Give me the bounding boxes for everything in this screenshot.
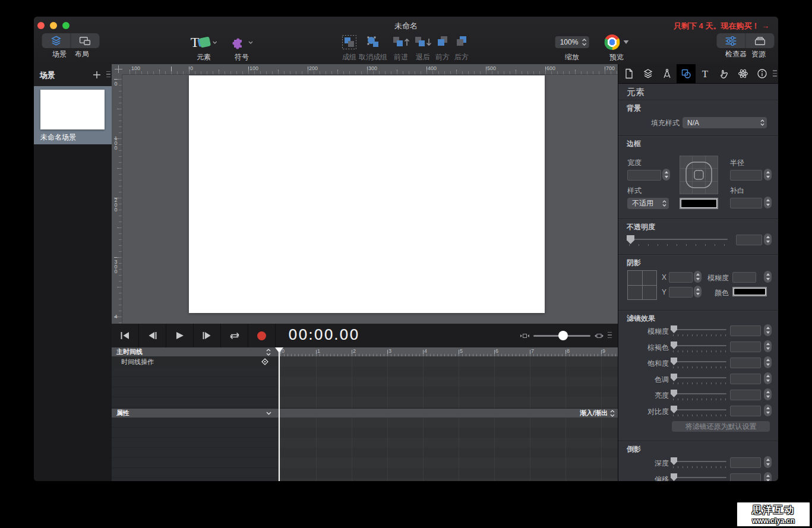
timeline-ruler[interactable]: 0 1 2 3 4 5 6 7 8 9 <box>278 347 618 357</box>
tab-scene[interactable] <box>639 64 658 83</box>
tab-text[interactable]: T <box>696 64 715 83</box>
tab-document[interactable] <box>620 64 639 83</box>
bring-to-front-button[interactable] <box>435 33 450 51</box>
chevron-down-icon[interactable] <box>266 412 271 415</box>
slider-thumb[interactable] <box>671 325 677 333</box>
shadow-x-input[interactable] <box>669 272 693 283</box>
shadow-blur-input[interactable] <box>732 272 756 283</box>
preview-button[interactable] <box>605 33 629 51</box>
record-button[interactable] <box>248 324 276 347</box>
slider-thumb[interactable] <box>671 473 677 481</box>
send-to-back-button[interactable] <box>454 33 469 51</box>
filter-contrast-stepper[interactable] <box>764 404 772 416</box>
zoom-stepper[interactable]: 100% <box>555 36 589 48</box>
timeline-zoom-slider-thumb[interactable] <box>558 331 568 340</box>
border-padding-stepper[interactable] <box>764 197 772 208</box>
filter-saturation-stepper[interactable] <box>764 356 772 368</box>
shadow-color-well[interactable] <box>732 287 767 296</box>
filter-sepia-input[interactable] <box>730 342 761 352</box>
bring-forward-button[interactable] <box>392 33 410 51</box>
reflection-offset-input[interactable] <box>730 473 761 481</box>
shadow-x-stepper[interactable] <box>694 271 702 283</box>
trial-promo-link[interactable]: 只剩下 4 天。现在购买！ → <box>674 21 769 31</box>
timeline-zoom-out-icon[interactable] <box>520 333 529 339</box>
resources-toggle-button[interactable] <box>745 33 775 48</box>
shadow-y-stepper[interactable] <box>694 286 702 298</box>
timeline-track-area[interactable] <box>278 356 618 408</box>
filter-brightness-stepper[interactable] <box>764 388 772 400</box>
reflection-offset-slider[interactable] <box>672 473 726 481</box>
timeline-zoom-in-icon[interactable] <box>595 333 604 339</box>
timeline-resize-grip[interactable] <box>608 332 612 340</box>
slider-thumb[interactable] <box>671 457 677 465</box>
send-backward-button[interactable] <box>414 33 432 51</box>
border-width-input[interactable] <box>627 170 661 181</box>
opacity-stepper[interactable] <box>764 233 772 245</box>
tab-physics[interactable] <box>734 64 753 83</box>
shadow-direction-selector[interactable] <box>627 270 657 300</box>
scene-list-item-selected[interactable]: 未命名场景 <box>34 86 112 144</box>
filter-hue-stepper[interactable] <box>764 372 772 384</box>
fill-style-dropdown[interactable]: N/A <box>683 117 767 128</box>
properties-header[interactable]: 属性 <box>112 408 278 418</box>
sidebar-resize-grip[interactable] <box>106 71 110 79</box>
border-style-dropdown[interactable]: 不适用 <box>627 198 669 209</box>
reflection-depth-slider[interactable] <box>672 457 726 468</box>
border-radius-input[interactable] <box>730 170 762 181</box>
border-width-stepper[interactable] <box>662 169 670 181</box>
step-forward-button[interactable] <box>194 324 221 347</box>
ungroup-button[interactable] <box>365 33 381 51</box>
playhead-handle-icon[interactable] <box>275 347 283 353</box>
filter-hue-input[interactable] <box>730 374 761 384</box>
filter-contrast-input[interactable] <box>730 406 761 416</box>
filter-sepia-slider[interactable] <box>672 342 726 352</box>
border-color-well[interactable] <box>680 198 718 209</box>
slider-thumb[interactable] <box>671 358 677 365</box>
tab-metrics[interactable] <box>658 64 677 83</box>
scene-canvas[interactable] <box>189 75 545 313</box>
timeline-zoom-slider[interactable] <box>533 335 590 337</box>
reflection-depth-stepper[interactable] <box>764 456 772 468</box>
filter-brightness-input[interactable] <box>730 390 761 400</box>
border-radius-stepper[interactable] <box>764 169 772 181</box>
border-edge-selector[interactable] <box>680 156 718 194</box>
reflection-depth-input[interactable] <box>730 457 761 468</box>
playhead[interactable] <box>279 347 280 481</box>
scene-thumbnail[interactable] <box>40 90 105 129</box>
main-timeline-header[interactable]: 主时间线 <box>112 347 278 357</box>
filter-blur-input[interactable] <box>730 325 761 336</box>
loop-button[interactable] <box>221 324 248 347</box>
tab-actions[interactable] <box>715 64 734 83</box>
filter-brightness-slider[interactable] <box>672 390 726 400</box>
shadow-y-input[interactable] <box>669 287 693 298</box>
slider-thumb[interactable] <box>671 374 677 381</box>
jump-to-start-button[interactable] <box>112 324 139 347</box>
reset-filters-button[interactable]: 将滤镜还原为默认设置 <box>672 421 770 432</box>
keyframe-diamond-icon[interactable] <box>261 358 268 365</box>
insert-element-button[interactable]: T <box>191 33 217 51</box>
timeline-track-area[interactable] <box>278 418 618 481</box>
timeline-actions-row[interactable]: 时间线操作 <box>112 356 278 368</box>
filter-blur-stepper[interactable] <box>764 324 772 336</box>
filter-blur-slider[interactable] <box>672 325 726 336</box>
opacity-slider-thumb[interactable] <box>627 235 634 244</box>
border-padding-input[interactable] <box>730 198 762 208</box>
step-back-button[interactable] <box>139 324 166 347</box>
updown-chevron-icon[interactable] <box>610 410 615 417</box>
inspector-resize-grip[interactable] <box>773 70 777 78</box>
inspector-toggle-button[interactable] <box>717 33 745 48</box>
opacity-slider[interactable] <box>628 235 728 247</box>
reflection-offset-stepper[interactable] <box>764 472 772 481</box>
group-button[interactable] <box>341 33 358 51</box>
tab-element-selected[interactable] <box>677 64 696 83</box>
filter-sepia-stepper[interactable] <box>764 340 772 352</box>
scenes-button[interactable] <box>42 33 71 48</box>
updown-chevron-icon[interactable] <box>266 349 271 356</box>
play-button[interactable] <box>166 324 194 347</box>
slider-thumb[interactable] <box>671 390 677 397</box>
easing-header[interactable]: 渐入/渐出 <box>278 408 618 418</box>
insert-symbol-button[interactable] <box>230 33 253 51</box>
tab-identity[interactable] <box>753 64 772 83</box>
shadow-blur-stepper[interactable] <box>764 271 772 283</box>
layouts-button[interactable] <box>71 33 100 48</box>
